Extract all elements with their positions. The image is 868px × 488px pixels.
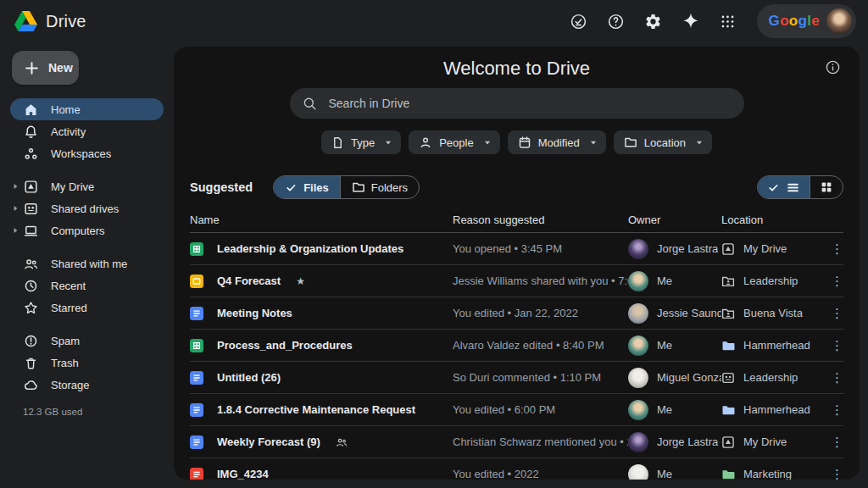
folder-icon (624, 136, 637, 149)
table-row[interactable]: 1.8.4 Corrective Maintenance Request You… (190, 394, 843, 426)
sidebar-group: Home Activity Workspaces (10, 98, 164, 164)
owner-avatar (628, 432, 648, 452)
table-row[interactable]: IMG_4234 You edited • 2022 Me Marketing … (190, 458, 843, 480)
location-name: Hammerhead (743, 339, 810, 352)
more-options-button[interactable]: ⋮ (825, 435, 843, 448)
more-options-button[interactable]: ⋮ (825, 403, 843, 416)
page-title: Welcome to Drive (174, 57, 860, 80)
sidebar-item-home[interactable]: Home (10, 98, 164, 120)
list-view-button[interactable] (758, 176, 810, 198)
location-cell[interactable]: Buena Vista (721, 307, 825, 320)
owner-avatar (628, 368, 648, 388)
sidebar-item-workspaces[interactable]: Workspaces (10, 142, 164, 164)
sidebar-item-computers[interactable]: Computers (10, 219, 164, 241)
folder-blue-icon (721, 339, 735, 352)
filter-chip-type[interactable]: Type (321, 130, 401, 154)
files-toggle[interactable]: Files (274, 176, 340, 198)
shared-with-me-icon (23, 256, 38, 271)
more-options-button[interactable]: ⋮ (825, 307, 843, 319)
sidebar-item-shared-with-me[interactable]: Shared with me (10, 252, 164, 274)
filter-chip-label: People (439, 136, 473, 149)
docs-file-icon (190, 307, 203, 320)
search-input[interactable] (327, 96, 732, 111)
storage-used-label: 12.3 GB used (23, 407, 164, 417)
more-options-button[interactable]: ⋮ (825, 468, 843, 480)
expand-caret-icon[interactable] (12, 205, 19, 213)
user-avatar[interactable] (826, 8, 852, 34)
drive-logo-icon[interactable] (14, 11, 37, 31)
table-row[interactable]: Weekly Forecast (9) Christian Schwarz me… (190, 426, 843, 458)
location-cell[interactable]: Marketing (721, 468, 825, 480)
docs-file-icon (190, 435, 203, 449)
expand-caret-icon[interactable] (12, 227, 19, 235)
name-cell: Leadership & Organization Updates (190, 242, 453, 256)
more-options-button[interactable]: ⋮ (825, 339, 843, 352)
person-icon (419, 136, 432, 149)
location-cell[interactable]: Leadership (721, 274, 825, 288)
sidebar-item-label: Home (51, 103, 81, 116)
table-body: Leadership & Organization Updates You op… (190, 233, 843, 480)
location-cell[interactable]: Hammerhead (721, 403, 825, 417)
location-cell[interactable]: My Drive (721, 242, 825, 256)
google-letter: g (798, 13, 808, 29)
owner-avatar (628, 271, 648, 291)
sidebar-item-trash[interactable]: Trash (10, 352, 164, 374)
slides-file-icon (190, 274, 203, 288)
drive-brand: Drive (14, 11, 86, 31)
owner-avatar (628, 239, 648, 259)
suggested-row: Suggested Files Folders (174, 175, 860, 199)
gemini-sparkle-icon[interactable] (681, 11, 701, 31)
search-bar[interactable] (290, 88, 744, 119)
sidebar-item-my-drive[interactable]: My Drive (10, 175, 164, 197)
table-row[interactable]: Meeting Notes You edited • Jan 22, 2022 … (190, 297, 843, 330)
expand-caret-icon[interactable] (12, 183, 19, 191)
help-icon[interactable] (606, 11, 626, 31)
my-drive-box-icon (721, 242, 735, 256)
sidebar-group: My Drive Shared drives Computers (10, 175, 164, 241)
more-options-button[interactable]: ⋮ (825, 274, 843, 287)
location-cell[interactable]: Hammerhead (721, 339, 825, 352)
sidebar-item-spam[interactable]: Spam (10, 330, 164, 352)
account-pill[interactable]: Google (757, 4, 856, 38)
settings-gear-icon[interactable] (643, 11, 664, 31)
table-row[interactable]: Leadership & Organization Updates You op… (190, 233, 843, 265)
sidebar-item-starred[interactable]: Starred (10, 297, 164, 319)
sidebar-item-storage[interactable]: Storage (10, 374, 164, 396)
new-button[interactable]: New (12, 51, 79, 85)
sidebar-item-shared-drives[interactable]: Shared drives (10, 197, 164, 219)
filter-chip-label: Type (351, 136, 375, 149)
table-row[interactable]: Process_and_Procedures Alvaro Valdez edi… (190, 330, 843, 362)
folders-toggle[interactable]: Folders (340, 176, 419, 198)
docs-file-icon (190, 403, 203, 417)
location-cell[interactable]: Leadership (721, 371, 825, 385)
owner-cell: Jorge Lastra (628, 432, 721, 452)
location-cell[interactable]: My Drive (721, 435, 825, 449)
location-name: Leadership (743, 371, 798, 384)
table-row[interactable]: Untitled (26) So Duri commented • 1:10 P… (190, 362, 843, 394)
sidebar-item-label: Shared with me (51, 258, 127, 270)
view-toggle (757, 175, 843, 199)
name-cell: IMG_4234 (190, 468, 453, 480)
offline-status-icon[interactable] (569, 11, 589, 31)
grid-view-button[interactable] (810, 176, 843, 198)
table-row[interactable]: Q4 Forecast ★ Jessie Williams shared wit… (190, 265, 843, 297)
sidebar-item-activity[interactable]: Activity (10, 120, 164, 142)
more-options-button[interactable]: ⋮ (825, 242, 843, 255)
google-letter: o (789, 13, 798, 29)
sidebar-item-label: Trash (51, 357, 79, 369)
sidebar-item-label: Computers (51, 225, 105, 237)
filter-chip-people[interactable]: People (409, 130, 499, 154)
filter-chip-location[interactable]: Location (614, 130, 712, 154)
topbar-actions: Google (569, 4, 856, 38)
sidebar-item-recent[interactable]: Recent (10, 274, 164, 297)
google-letter: e (811, 13, 820, 29)
filter-chip-label: Location (644, 136, 686, 149)
shared-people-icon (336, 436, 348, 448)
filter-chip-modified[interactable]: Modified (508, 130, 606, 154)
owner-cell: Me (628, 271, 721, 291)
more-options-button[interactable]: ⋮ (825, 371, 843, 384)
sidebar-group: Spam Trash Storage (10, 330, 164, 396)
starred-icon: ★ (296, 275, 305, 287)
info-icon[interactable] (825, 59, 841, 75)
apps-grid-icon[interactable] (718, 11, 738, 31)
